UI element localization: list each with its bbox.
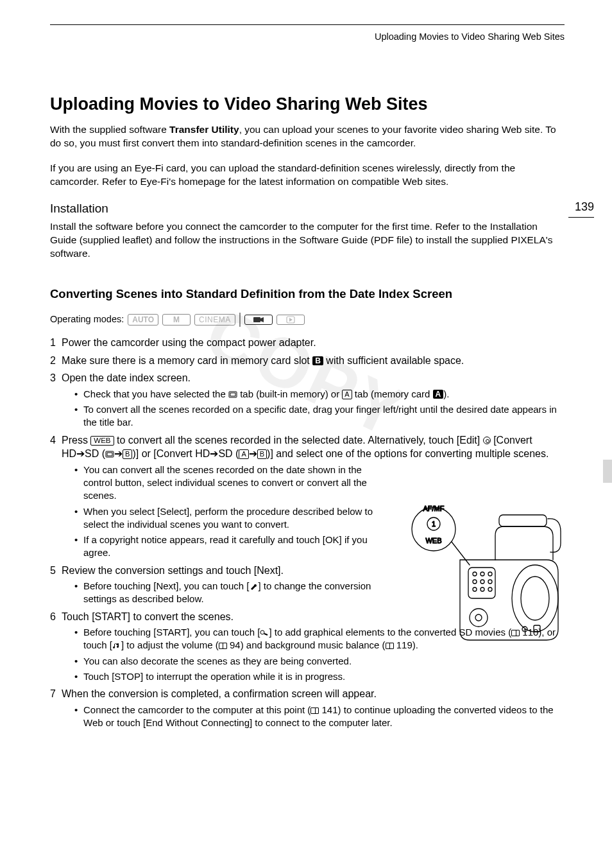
bullet-text: ).	[443, 388, 449, 399]
bullet: Before touching [Next], you can touch []…	[74, 580, 385, 606]
arrow-icon: ➔	[249, 448, 257, 459]
step-text: Review the conversion settings and touch…	[62, 565, 284, 576]
slot-b-outline-icon: B	[257, 449, 267, 459]
svg-point-8	[260, 630, 264, 634]
step-text: When the conversion is completed, a conf…	[62, 688, 377, 699]
bullet-text: ] to adjust the volume (	[121, 639, 219, 650]
mode-cinema: CINEMA	[194, 314, 235, 326]
bullet: To convert all the scenes recorded on a …	[74, 403, 565, 430]
step-text: )] and select one of the options for con…	[267, 448, 548, 459]
bullet: You can convert all the scenes recorded …	[74, 464, 385, 503]
mode-play-icon	[276, 315, 305, 325]
bullet-text: Connect the camcorder to the computer at…	[83, 704, 310, 715]
memory-card-a-icon: A	[433, 390, 444, 399]
svg-point-19	[473, 572, 477, 576]
intro-paragraph-1: With the supplied software Transfer Util…	[50, 123, 565, 150]
step-text: Press	[62, 435, 90, 446]
step-text: Open the date index screen.	[62, 372, 191, 383]
decoration-icon	[260, 629, 269, 636]
svg-rect-7	[107, 453, 112, 456]
bullet: You can also decorate the scenes as they…	[74, 655, 565, 668]
step-text: Touch [START] to convert the scenes.	[62, 611, 234, 622]
modes-label: Operating modes:	[50, 313, 124, 326]
bullet: Connect the camcorder to the computer at…	[74, 704, 565, 730]
svg-point-27	[488, 587, 492, 591]
svg-text:WEB: WEB	[425, 537, 441, 544]
svg-point-21	[488, 572, 492, 576]
step-text: )] or [Convert HD	[132, 448, 210, 459]
step-text: SD (	[218, 448, 239, 459]
installation-heading: Installation	[50, 200, 565, 217]
slot-b-outline-icon: B	[123, 449, 132, 459]
top-rule	[50, 24, 565, 31]
mode-m: M	[162, 314, 191, 326]
svg-point-25	[473, 587, 477, 591]
svg-point-15	[512, 565, 558, 632]
manual-ref-icon	[310, 707, 319, 714]
step-text: SD (	[85, 448, 105, 459]
intro-paragraph-2: If you are using an Eye-Fi card, you can…	[50, 162, 565, 189]
memory-slot-b-icon: B	[312, 356, 323, 365]
arrow-icon: ➔	[210, 448, 218, 459]
arrow-icon: ➔	[76, 448, 85, 459]
bullet-text: Check that you have selected the	[83, 388, 228, 399]
svg-rect-5	[230, 393, 235, 396]
svg-point-16	[521, 577, 549, 620]
installation-body: Install the software before you connect …	[50, 220, 565, 261]
svg-point-28	[470, 609, 488, 627]
operating-modes-row: Operating modes: AUTO M CINEMA	[50, 313, 565, 327]
builtin-memory-icon	[105, 451, 114, 458]
running-header: Uploading Movies to Video Sharing Web Si…	[50, 31, 565, 44]
svg-point-29	[475, 614, 482, 621]
software-name: Transfer Utility	[169, 124, 239, 135]
converting-heading: Converting Scenes into Standard Definiti…	[50, 286, 565, 302]
svg-text:1: 1	[432, 520, 436, 528]
bullet-text: Before touching [Next], you can touch [	[83, 580, 250, 591]
web-button-icon: WEB	[90, 436, 114, 446]
step-text: Power the camcorder using the compact po…	[62, 337, 316, 348]
svg-point-24	[488, 580, 492, 584]
intro-text: With the supplied software	[50, 124, 169, 135]
svg-marker-1	[260, 317, 264, 322]
slot-a-outline-icon: A	[239, 449, 248, 459]
tab-a-icon: A	[342, 390, 352, 399]
step-text: Make sure there is a memory card in memo…	[62, 355, 312, 366]
step-1: Power the camcorder using the compact po…	[50, 336, 565, 350]
mode-auto: AUTO	[128, 314, 158, 326]
bullet-text: 94) and background music balance (	[227, 639, 386, 650]
svg-marker-3	[289, 318, 293, 322]
step-text: to convert all the scenes recorded in th…	[114, 435, 483, 446]
page-title: Uploading Movies to Video Sharing Web Si…	[50, 92, 565, 116]
manual-ref-icon	[386, 643, 394, 649]
svg-point-22	[473, 580, 477, 584]
bullet-text: tab (memory card	[352, 388, 433, 399]
svg-point-20	[480, 572, 484, 576]
svg-point-26	[480, 587, 484, 591]
svg-line-14	[452, 542, 470, 565]
step-7: When the conversion is completed, a conf…	[50, 687, 565, 729]
music-note-icon	[112, 642, 121, 649]
svg-point-23	[480, 580, 484, 584]
step-3: Open the date index screen. Check that y…	[50, 371, 565, 429]
step-2: Make sure there is a memory card in memo…	[50, 354, 565, 368]
arrow-icon: ➔	[114, 448, 123, 459]
side-tab-marker	[603, 460, 612, 483]
disc-icon	[483, 437, 491, 444]
svg-rect-31	[534, 625, 540, 632]
svg-rect-0	[253, 317, 260, 322]
page-number: 139	[568, 199, 594, 218]
camcorder-illustration: AF/MF 1 WEB	[399, 496, 566, 650]
svg-rect-17	[499, 515, 547, 526]
step-text: with sufficient available space.	[323, 355, 464, 366]
bullet: If a copyright notice appears, read it c…	[74, 534, 385, 560]
svg-text:AF/MF: AF/MF	[423, 505, 445, 512]
mode-divider	[239, 313, 241, 327]
bullet-text: tab (built-in memory) or	[237, 388, 342, 399]
bullet-text: Before touching [START], you can touch [	[83, 627, 260, 638]
bullet: When you select [Select], perform the pr…	[74, 505, 385, 532]
mode-camera-icon	[244, 315, 273, 325]
bullet: Check that you have selected the tab (bu…	[74, 388, 565, 401]
bullet: Touch [STOP] to interrupt the operation …	[74, 670, 565, 683]
builtin-memory-tab-icon	[228, 391, 237, 398]
wrench-icon	[250, 583, 259, 590]
